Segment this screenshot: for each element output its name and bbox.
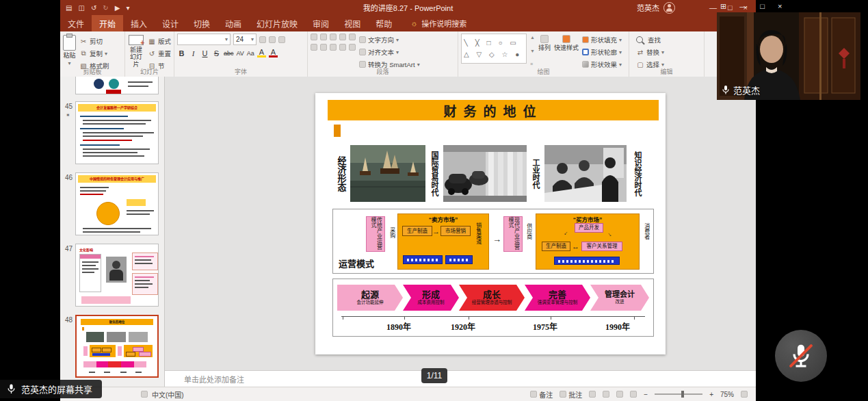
- character-spacing-button[interactable]: AV: [237, 50, 244, 57]
- align-right-icon[interactable]: [330, 44, 337, 51]
- line-spacing-icon[interactable]: [349, 34, 356, 40]
- webcam-video[interactable]: 范英杰: [717, 12, 860, 100]
- buyer-blue-bar[interactable]: [554, 257, 620, 265]
- decrease-font-icon[interactable]: [269, 36, 276, 43]
- produce-box[interactable]: 生产制造: [542, 242, 570, 251]
- seller-blue-bar[interactable]: [403, 255, 443, 264]
- tab-review[interactable]: 审阅: [305, 15, 337, 31]
- tab-view[interactable]: 视图: [337, 15, 368, 31]
- slide-editing-area[interactable]: 财务的地位 经济形态: [165, 77, 756, 370]
- thumbnail-slide-48-selected[interactable]: 财务的地位: [75, 315, 159, 378]
- layout-button[interactable]: ▦ 版式: [148, 36, 171, 46]
- traditional-mode-box[interactable]: 传统产业运营模式: [366, 216, 385, 252]
- gallery-down-icon[interactable]: ▼: [530, 49, 535, 53]
- align-center-icon[interactable]: [320, 44, 327, 51]
- text-direction-button[interactable]: 文字方向 ▾: [359, 35, 420, 44]
- app-menu-icon[interactable]: ▤: [66, 4, 72, 12]
- find-button[interactable]: 查找: [636, 35, 701, 44]
- undo-icon[interactable]: ↺: [91, 4, 96, 12]
- text-shadow-button[interactable]: S: [212, 49, 221, 57]
- produce-box[interactable]: 生产制造: [402, 226, 432, 236]
- quick-styles-button[interactable]: 快速样式: [554, 34, 579, 68]
- stage-origin[interactable]: 起源 会计功能延伸: [337, 285, 403, 311]
- normal-view-icon[interactable]: [589, 391, 596, 398]
- marketing-box[interactable]: 市场营销: [440, 226, 471, 236]
- supplier-label[interactable]: 供应商: [525, 223, 531, 240]
- era-label-trade[interactable]: 国际贸易时代: [427, 145, 442, 202]
- view-grid-icon[interactable]: ⊞: [720, 2, 726, 11]
- reset-button[interactable]: ↺ 重置: [148, 49, 171, 58]
- slide-sorter-view-icon[interactable]: [603, 391, 609, 398]
- qat-dropdown-icon[interactable]: ▾: [126, 4, 129, 12]
- tab-transitions[interactable]: 切换: [186, 15, 218, 31]
- redo-icon[interactable]: ↻: [103, 4, 108, 12]
- reading-view-icon[interactable]: [616, 391, 623, 398]
- slide-title-banner[interactable]: 财务的地位: [328, 100, 659, 120]
- zoom-in-button[interactable]: +: [709, 391, 713, 398]
- zoom-slider[interactable]: [655, 393, 702, 395]
- slide-thumbnail-panel[interactable]: 45 ✶ 会计发展路径—产学研结合 46 中国情境的特色管理会计应用与推广: [60, 77, 165, 387]
- copy-button[interactable]: ⧉ 复制 ▾: [79, 49, 109, 58]
- stage-formation[interactable]: 形成 成本费用控制: [403, 285, 459, 311]
- thumbnail-slide-47[interactable]: 文化影响: [75, 244, 159, 307]
- increase-indent-icon[interactable]: [339, 34, 346, 40]
- tab-file[interactable]: 文件: [60, 15, 92, 31]
- shapes-gallery-scroll[interactable]: ▲ ▼ ≡: [530, 34, 535, 68]
- ppt-minimize-icon[interactable]: —: [709, 3, 717, 12]
- columns-icon[interactable]: [349, 44, 356, 51]
- econ-form-label[interactable]: 经济形态: [334, 145, 349, 202]
- title-accent-square[interactable]: [334, 125, 341, 137]
- stage-maturity[interactable]: 完善 强调变革管理与控制: [525, 285, 590, 311]
- knowledge-era-image[interactable]: [544, 145, 627, 202]
- justify-icon[interactable]: [339, 44, 346, 51]
- mute-microphone-button[interactable]: [775, 330, 827, 382]
- notes-toggle-button[interactable]: 备注: [530, 389, 553, 400]
- trade-era-image[interactable]: [350, 145, 425, 202]
- arrange-button[interactable]: 排列: [538, 34, 551, 68]
- zoom-level[interactable]: 75%: [720, 391, 734, 398]
- tab-design[interactable]: 设计: [155, 15, 186, 31]
- tab-insert[interactable]: 插入: [123, 15, 155, 31]
- gallery-up-icon[interactable]: ▲: [530, 35, 535, 40]
- fit-slide-icon[interactable]: [741, 391, 748, 398]
- tab-home[interactable]: 开始: [92, 15, 123, 31]
- industrial-era-image[interactable]: [443, 145, 527, 202]
- maximize-icon[interactable]: □: [760, 2, 765, 10]
- timeline-section[interactable]: 起源 会计功能延伸 形成 成本费用控制 成长 经营管理渗透与控制: [332, 279, 654, 337]
- start-slideshow-icon[interactable]: ▶: [115, 4, 120, 12]
- notes-pane[interactable]: 单击此处添加备注: [165, 370, 756, 387]
- paste-button[interactable]: 粘贴 ▾: [63, 34, 76, 68]
- change-case-button[interactable]: Aa: [247, 50, 254, 57]
- font-size-combo[interactable]: 24 ▾: [233, 34, 257, 45]
- strikethrough-button[interactable]: abc: [224, 50, 234, 57]
- tell-me-search[interactable]: ☼ 操作说明搜索: [410, 15, 466, 31]
- spellcheck-icon[interactable]: [141, 391, 148, 398]
- tab-animations[interactable]: 动画: [218, 15, 249, 31]
- seller-market-box[interactable]: “卖方市场” 生产制造 → 市场营销 销售渠道: [397, 214, 489, 270]
- minimize-icon[interactable]: —: [739, 2, 747, 10]
- gallery-more-icon[interactable]: ≡: [530, 62, 535, 66]
- shape-outline-button[interactable]: 形状轮廓 ▾: [582, 47, 622, 57]
- sales-channel-label[interactable]: 销售渠道: [475, 222, 481, 244]
- zoom-out-button[interactable]: −: [644, 391, 648, 398]
- procurement-label[interactable]: 采购: [389, 227, 395, 238]
- crm-box[interactable]: 客户关系管理: [581, 242, 622, 251]
- bullets-icon[interactable]: [311, 34, 317, 40]
- thumbnail-slide-46[interactable]: 中国情境的特色管理会计应用与推广: [75, 172, 159, 235]
- stage-management-accounting[interactable]: 管理会计 改进: [590, 285, 649, 311]
- align-left-icon[interactable]: [311, 44, 317, 51]
- shapes-gallery[interactable]: ╲ ╳ □ ○ ▭ △ ▽ ◇ ☆ ●: [461, 34, 527, 64]
- modern-mode-box[interactable]: 现代产业运营模式: [503, 216, 523, 252]
- italic-button[interactable]: I: [189, 49, 198, 57]
- tab-help[interactable]: 帮助: [368, 15, 399, 31]
- buyer-market-box[interactable]: “买方市场” 产品开发 → → 生产制造 ↔ 客户关系管理: [536, 214, 640, 270]
- consumer-label[interactable]: 消费者: [643, 223, 649, 240]
- product-dev-box[interactable]: 产品开发: [575, 223, 603, 233]
- close-icon[interactable]: ×: [778, 2, 782, 10]
- clear-formatting-icon[interactable]: [278, 36, 285, 43]
- account-area[interactable]: 范英杰: [637, 2, 675, 14]
- align-text-button[interactable]: 对齐文本 ▾: [359, 47, 420, 57]
- new-slide-button[interactable]: 新建 幻灯片: [128, 34, 144, 68]
- seller-blue-bar[interactable]: [445, 255, 473, 264]
- save-icon[interactable]: ◫: [78, 4, 84, 12]
